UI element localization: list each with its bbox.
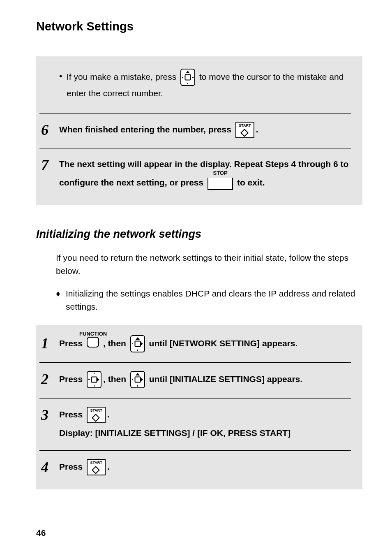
steps-block-lower: 1 Press FUNCTION , then until [NETWORK S… [36,325,362,489]
step-2-body: Press , then until [INITIALIZE SETTINGS]… [59,371,349,388]
nav-right-icon [130,371,145,388]
step-2-num: 2 [41,371,59,387]
page-number: 46 [36,528,46,538]
step-2: 2 Press , then until [INITIALIZE SETTING… [39,362,351,395]
page-title: Network Settings [36,20,362,33]
start-button-icon: START [87,407,106,423]
bullet-text: If you make a mistake, press to move the… [67,69,349,101]
step-1-body: Press FUNCTION , then until [NETWORK SET… [59,335,349,352]
start-button-icon: START [235,122,254,138]
stop-button-icon [208,178,233,190]
function-button-icon [87,337,99,348]
nav-left-icon [180,69,195,86]
intro-paragraph: If you need to return the network settin… [56,251,362,278]
step-1-num: 1 [41,335,59,351]
step-3: 3 Press START . Display: [INITIALIZE SET… [39,398,351,447]
step-3-body: Press START . Display: [INITIALIZE SETTI… [59,407,349,440]
step-5-continuation: • If you make a mistake, press to move t… [39,64,351,110]
step-7-num: 7 [41,157,59,172]
step-1: 1 Press FUNCTION , then until [NETWORK S… [39,333,351,359]
diamond-bullet-icon: ♦ [56,287,66,314]
nav-right-icon [130,335,145,352]
diamond-bullet: ♦ Initializing the settings enables DHCP… [56,287,362,314]
step-7-body: The next setting will appear in the disp… [59,157,349,191]
nav-right-icon [87,371,101,388]
step-6: 6 When finished entering the number, pre… [39,113,351,145]
diamond-bullet-text: Initializing the settings enables DHCP a… [66,287,362,314]
stop-label: STOP [206,169,235,178]
step-3-display: Display: [INITIALIZE SETTINGS] / [IF OK,… [59,426,349,440]
step-7: 7 The next setting will appear in the di… [39,148,351,197]
steps-block-upper: • If you make a mistake, press to move t… [36,56,362,205]
step-6-body: When finished entering the number, press… [59,122,349,138]
step-4: 4 Press START . [39,450,351,482]
step-4-num: 4 [41,459,59,475]
section-title-initializing: Initializing the network settings [36,228,362,241]
step-4-body: Press START . [59,459,349,475]
step-6-num: 6 [41,122,59,137]
bullet-dot: • [59,69,67,83]
step-3-num: 3 [41,407,59,422]
step-num-blank [41,69,59,70]
start-button-icon: START [87,459,106,475]
